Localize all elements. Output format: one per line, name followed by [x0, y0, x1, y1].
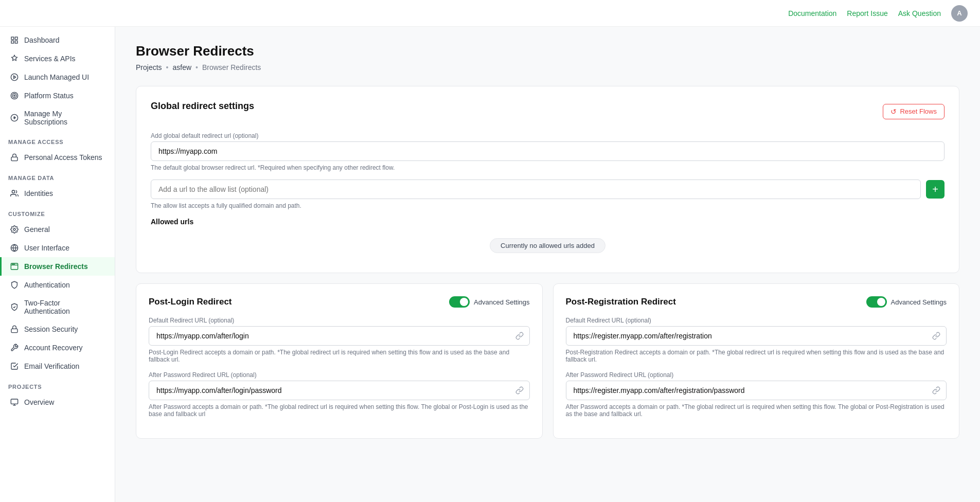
sidebar-item-user-interface[interactable]: User Interface: [0, 239, 115, 257]
svg-rect-21: [11, 329, 17, 332]
sidebar-item-identities[interactable]: Identities: [0, 184, 115, 203]
sidebar-item-label: Personal Access Tokens: [24, 153, 102, 162]
post-registration-password-url-label: After Password Redirect URL (optional): [566, 371, 947, 379]
layout: Dashboard Services & APIs Launch Managed…: [0, 27, 980, 502]
breadcrumb-sep-2: •: [195, 63, 198, 71]
svg-point-13: [13, 228, 15, 230]
main-content: Browser Redirects Projects • asfew • Bro…: [115, 27, 980, 502]
lock-closed-icon: [10, 325, 19, 334]
post-registration-default-url-input[interactable]: [566, 326, 947, 346]
svg-rect-11: [11, 157, 17, 160]
post-registration-card-header: Post-Registration Redirect Advanced Sett…: [566, 296, 947, 308]
post-login-default-url-hint: Post-Login Redirect accepts a domain or …: [149, 349, 530, 363]
sidebar-item-two-factor-auth[interactable]: Two-Factor Authentication: [0, 294, 115, 320]
breadcrumb-projects[interactable]: Projects: [136, 63, 162, 71]
sidebar-item-browser-redirects[interactable]: Browser Redirects: [0, 257, 115, 276]
allowed-urls-section: Allowed urls Currently no allowed urls a…: [151, 218, 945, 258]
post-registration-default-url-group: Default Redirect URL (optional) Post-Reg…: [566, 317, 947, 363]
dollar-icon: [10, 113, 19, 122]
post-login-card-title: Post-Login Redirect: [149, 297, 232, 307]
post-login-card: Post-Login Redirect Advanced Settings De…: [136, 283, 543, 439]
svg-rect-22: [11, 399, 17, 404]
sidebar-item-label: Browser Redirects: [24, 262, 88, 271]
sidebar: Dashboard Services & APIs Launch Managed…: [0, 27, 115, 502]
reset-flows-button[interactable]: ↺ Reset Flows: [883, 104, 945, 119]
post-registration-toggle[interactable]: [866, 296, 887, 308]
post-registration-advanced-label: Advanced Settings: [891, 298, 947, 306]
svg-point-4: [11, 74, 17, 80]
allowlist-input-row: +: [151, 180, 945, 199]
sidebar-item-session-security[interactable]: Session Security: [0, 320, 115, 338]
sidebar-item-label: Authentication: [24, 281, 70, 289]
default-url-group: Add global default redirect url (optiona…: [151, 132, 945, 171]
sidebar-section-projects: Projects: [0, 375, 115, 393]
sidebar-item-label: General: [24, 225, 50, 234]
browser-icon: [10, 262, 19, 271]
post-registration-default-url-hint: Post-Registration Redirect accepts a dom…: [566, 349, 947, 363]
post-registration-default-url-wrapper: [566, 326, 947, 346]
post-registration-password-url-input[interactable]: [566, 381, 947, 400]
ask-question-link[interactable]: Ask Question: [898, 9, 941, 17]
sidebar-item-personal-access-tokens[interactable]: Personal Access Tokens: [0, 148, 115, 167]
post-login-card-header: Post-Login Redirect Advanced Settings: [149, 296, 530, 308]
sidebar-item-manage-subscriptions[interactable]: Manage My Subscriptions: [0, 105, 115, 131]
sidebar-item-platform-status[interactable]: Platform Status: [0, 86, 115, 105]
svg-point-8: [14, 95, 15, 97]
link-icon-3: [931, 331, 941, 341]
post-registration-password-url-hint: After Password accepts a domain or path.…: [566, 403, 947, 418]
target-icon: [10, 91, 19, 100]
documentation-link[interactable]: Documentation: [788, 9, 836, 17]
add-url-button[interactable]: +: [926, 180, 945, 199]
sidebar-item-authentication[interactable]: Authentication: [0, 276, 115, 294]
svg-marker-5: [14, 76, 16, 78]
sidebar-item-overview[interactable]: Overview: [0, 393, 115, 411]
post-login-password-url-wrapper: [149, 381, 530, 400]
sidebar-item-launch-managed-ui[interactable]: Launch Managed UI: [0, 68, 115, 86]
post-login-password-url-label: After Password Redirect URL (optional): [149, 371, 530, 379]
sidebar-item-label: Manage My Subscriptions: [24, 110, 106, 126]
allowlist-hint: The allow list accepts a fully qualified…: [151, 202, 945, 209]
breadcrumb-project-name[interactable]: asfew: [172, 63, 191, 71]
sidebar-item-label: Account Recovery: [24, 344, 83, 352]
sidebar-section-customize: Customize: [0, 203, 115, 220]
svg-rect-2: [15, 41, 17, 43]
allowed-urls-title: Allowed urls: [151, 218, 945, 226]
sidebar-item-label: Platform Status: [24, 92, 74, 100]
sidebar-item-label: Overview: [24, 398, 54, 406]
post-login-password-url-group: After Password Redirect URL (optional) A…: [149, 371, 530, 418]
sidebar-item-general[interactable]: General: [0, 220, 115, 239]
sidebar-item-label: Dashboard: [24, 36, 60, 44]
link-icon-4: [931, 385, 941, 396]
no-urls-badge: Currently no allowed urls added: [490, 238, 605, 253]
wrench-icon: [10, 343, 19, 352]
allowlist-input[interactable]: [151, 180, 921, 199]
link-icon: [514, 331, 525, 341]
avatar[interactable]: A: [951, 5, 968, 22]
sidebar-item-email-verification[interactable]: Email Verification: [0, 357, 115, 375]
post-login-default-url-label: Default Redirect URL (optional): [149, 317, 530, 324]
post-registration-password-url-group: After Password Redirect URL (optional) A…: [566, 371, 947, 418]
settings-icon: [10, 225, 19, 234]
top-bar: Documentation Report Issue Ask Question …: [0, 0, 980, 27]
post-login-advanced-settings: Advanced Settings: [449, 296, 529, 308]
breadcrumb-current: Browser Redirects: [202, 63, 261, 71]
post-login-default-url-wrapper: [149, 326, 530, 346]
sidebar-item-label: Email Verification: [24, 362, 79, 370]
post-login-password-url-input[interactable]: [149, 381, 530, 400]
sidebar-item-label: Services & APIs: [24, 55, 76, 63]
cog-icon: [10, 54, 19, 63]
default-url-input[interactable]: [151, 141, 945, 161]
post-login-default-url-input[interactable]: [149, 326, 530, 346]
lock-icon: [10, 153, 19, 162]
globe-icon: [10, 243, 19, 253]
post-registration-password-url-wrapper: [566, 381, 947, 400]
default-url-hint: The default global browser redirect url.…: [151, 164, 945, 171]
reset-icon: ↺: [890, 107, 897, 116]
sidebar-item-account-recovery[interactable]: Account Recovery: [0, 338, 115, 357]
page-title: Browser Redirects: [136, 43, 959, 59]
play-circle-icon: [10, 73, 19, 82]
post-login-toggle[interactable]: [449, 296, 470, 308]
sidebar-item-services-apis[interactable]: Services & APIs: [0, 49, 115, 68]
report-issue-link[interactable]: Report Issue: [847, 9, 887, 17]
sidebar-item-dashboard[interactable]: Dashboard: [0, 31, 115, 49]
